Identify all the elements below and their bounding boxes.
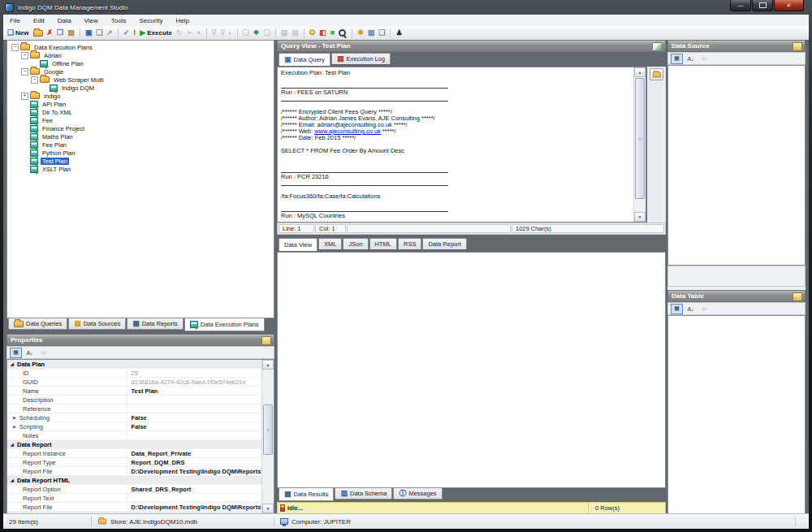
property-value[interactable]: D:\Development Testing\Indigo DQM\Report… (127, 467, 274, 475)
export-button[interactable]: ↗ (105, 27, 114, 39)
tree-item-indigo-dqm[interactable]: Indigo DQM (7, 84, 274, 92)
data-view-button[interactable]: ■ (329, 27, 336, 39)
categorized-button[interactable]: ▦ (671, 54, 683, 64)
property-row-notes[interactable]: Notes (7, 431, 274, 440)
categorized-button[interactable]: ▦ (10, 348, 22, 358)
collapse-icon[interactable]: − (11, 44, 19, 51)
save-button[interactable]: ▣ (84, 27, 94, 39)
property-value[interactable]: D:\Development Testing\Indigo DQM\Report… (127, 503, 274, 511)
security-button[interactable]: ✪ (308, 27, 317, 39)
query-scrollbar[interactable]: ▲ ▼ ≡ (633, 67, 646, 222)
query-editor[interactable]: Execution Plan: Test PlanRun : FEES on S… (277, 67, 646, 223)
tab-data-schema[interactable]: ▥Data Schema (335, 488, 392, 500)
new-button[interactable]: ❏New (6, 27, 31, 39)
tab-data-report[interactable]: Data Report (422, 238, 466, 249)
tab-data-query[interactable]: ▣Data Query (279, 53, 330, 66)
property-row-scheduling[interactable]: ▶SchedulingFalse (7, 413, 274, 422)
tree-item-dir-to-xml[interactable]: Dir To XML (7, 108, 274, 116)
tab-data-reports[interactable]: ▦Data Reports (127, 318, 184, 330)
data-view-area[interactable] (277, 252, 666, 488)
save-all-button[interactable]: ❑ (94, 27, 104, 39)
property-value[interactable] (127, 431, 274, 439)
menu-tools[interactable]: Tools (105, 16, 133, 25)
copy-button[interactable]: ❐ (55, 27, 65, 39)
resize-grip[interactable] (796, 514, 809, 529)
minimize-button[interactable]: — (730, 0, 751, 11)
tree-item-xslt-plan[interactable]: XSLT Plan (7, 165, 274, 173)
collapse-icon[interactable]: − (21, 68, 28, 76)
tab-html[interactable]: HTML (369, 238, 397, 249)
panel-menu-icon[interactable] (261, 336, 271, 345)
property-value[interactable] (127, 396, 274, 404)
close-button[interactable]: ✕ (774, 0, 804, 11)
categorized-button[interactable]: ▦ (671, 304, 683, 314)
property-value[interactable]: False (127, 413, 274, 422)
tab-data-view[interactable]: Data View (279, 238, 317, 251)
menu-data[interactable]: Data (51, 16, 78, 25)
property-row-report-file[interactable]: Report FileD:\Development Testing\Indigo… (7, 467, 274, 476)
property-value[interactable]: Shared_DRS_Report (127, 485, 274, 493)
menu-help[interactable]: Help (169, 16, 195, 25)
tree-item-test-plan[interactable]: Test Plan (7, 157, 274, 165)
validate-button[interactable]: ✓ (122, 27, 132, 39)
scroll-down-icon[interactable]: ▼ (262, 504, 274, 513)
property-value[interactable]: 25 (127, 369, 274, 377)
scrollbar-thumb[interactable]: ≡ (263, 404, 273, 455)
tree-item-fee[interactable]: Fee (7, 116, 274, 124)
property-row-scripting[interactable]: ▶ScriptingFalse (7, 422, 274, 431)
property-value[interactable]: d13681ba-4274-42c8-9aed-1f0e574eb21e (127, 378, 274, 386)
database-button[interactable]: ▤ (366, 27, 377, 39)
tree-item-adrian[interactable]: −Adrian (7, 51, 274, 59)
delete-button[interactable]: ✗ (45, 27, 55, 39)
maximize-button[interactable] (752, 0, 773, 11)
property-row-description[interactable]: Description (7, 396, 274, 404)
panel-menu-icon[interactable] (793, 42, 802, 51)
menu-file[interactable]: File (3, 16, 27, 25)
property-category-data-report-html[interactable]: ◢Data Report HTML (7, 476, 274, 485)
search-button[interactable] (337, 27, 348, 39)
scrollbar-thumb[interactable]: ≡ (635, 78, 645, 199)
open-button[interactable] (32, 27, 45, 39)
property-category-data-report[interactable]: ◢Data Report (7, 440, 274, 449)
error-check-button[interactable]: ! (132, 27, 137, 39)
property-value[interactable]: Report_DQM_DRS (127, 458, 274, 466)
menu-edit[interactable]: Edit (27, 16, 51, 25)
properties-scrollbar[interactable]: ▲ ▼ ≡ (261, 360, 274, 513)
export-view-icon[interactable] (652, 42, 663, 51)
tab-json[interactable]: JSon (343, 238, 368, 249)
tree-item-api-plan[interactable]: API Plan (7, 100, 274, 108)
tab-data-execution-plans[interactable]: Data Execution Plans (184, 318, 265, 331)
collapse-icon[interactable]: − (21, 52, 28, 59)
tree-item-data-execution-plans[interactable]: −Data Execution Plans (7, 43, 274, 51)
tab-execution-log[interactable]: ▤Execution Log (331, 53, 391, 64)
menu-view[interactable]: View (78, 16, 105, 25)
key-button[interactable]: ✱ (356, 27, 365, 39)
property-value[interactable]: Test Plan (127, 387, 274, 395)
alphabetical-sort-button[interactable]: A↓ (685, 54, 697, 64)
panel-menu-icon[interactable] (793, 292, 802, 301)
tab-data-sources[interactable]: ▤Data Sources (68, 318, 126, 330)
property-row-report-option[interactable]: Report OptionShared_DRS_Report (7, 485, 274, 494)
property-row-report-instance[interactable]: Report InstanceData_Report_Private (7, 449, 274, 458)
property-value[interactable]: Data_Report_Private (127, 449, 274, 457)
property-row-report-text[interactable]: Report Text (7, 494, 274, 503)
document-view-button[interactable]: ❑ (377, 27, 387, 39)
property-value[interactable] (127, 404, 274, 413)
scroll-up-icon[interactable]: ▲ (262, 360, 274, 370)
menu-security[interactable]: Security (132, 16, 169, 25)
web-link[interactable]: www.ajeconsulting.co.uk (314, 128, 381, 135)
script-button[interactable]: ❖ (252, 27, 261, 39)
property-row-name[interactable]: NameTest Plan (7, 387, 274, 396)
scroll-down-icon[interactable]: ▼ (634, 212, 646, 222)
tree-item-offline-plan[interactable]: Offline Plan (7, 59, 274, 67)
tab-rss[interactable]: RSS (398, 238, 421, 249)
open-query-button[interactable] (650, 68, 663, 80)
tab-xml[interactable]: XML (318, 238, 342, 249)
property-row-report-type[interactable]: Report TypeReport_DQM_DRS (7, 458, 274, 467)
property-row-report-file[interactable]: Report FileD:\Development Testing\Indigo… (7, 503, 274, 512)
property-row-id[interactable]: ID25 (7, 369, 274, 378)
collapse-icon[interactable]: − (31, 76, 38, 84)
alphabetical-sort-button[interactable]: A↓ (24, 348, 36, 358)
tree-item-web-scraper-multi[interactable]: −Web Scraper Multi (7, 76, 274, 84)
property-value[interactable]: False (127, 422, 274, 430)
